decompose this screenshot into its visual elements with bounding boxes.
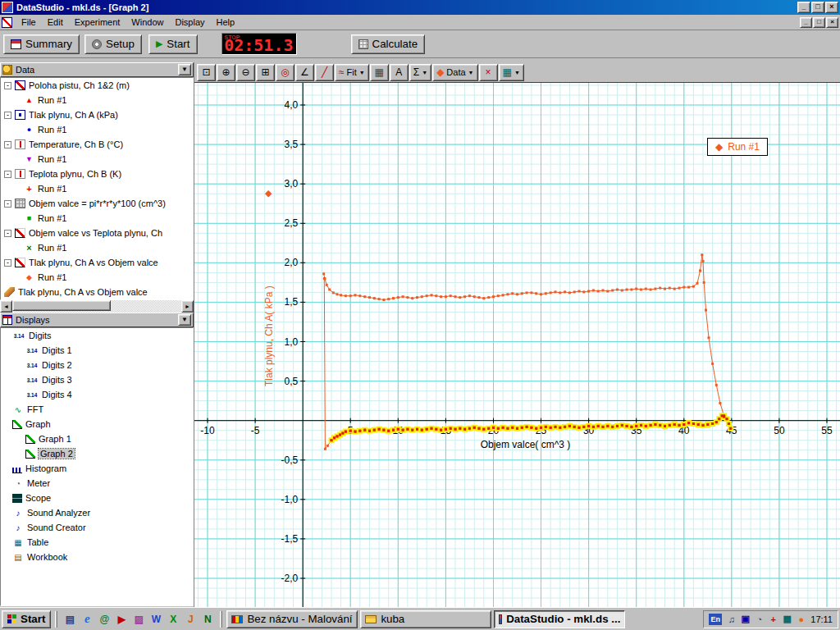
data-item[interactable]: -Objem valce = pi*r*r*y*100 (cm^3) xyxy=(1,196,193,211)
summary-button[interactable]: Summary xyxy=(3,34,80,54)
tree-expander-icon[interactable]: - xyxy=(4,141,11,148)
data-item[interactable]: -Objem valce vs Teplota plynu, Ch xyxy=(1,226,193,240)
display-item[interactable]: Graph xyxy=(1,417,193,431)
excel-icon[interactable]: X xyxy=(165,611,181,628)
tree-expander-icon[interactable]: - xyxy=(4,200,11,208)
slope-tool-button[interactable]: ∠ xyxy=(295,64,314,81)
data-item[interactable]: Tlak plynu, Ch A vs Objem valce xyxy=(1,285,193,299)
scrollbar-thumb[interactable] xyxy=(12,300,111,311)
clock[interactable]: 17:11 xyxy=(810,614,833,624)
task-button[interactable]: Bez názvu - Malování xyxy=(226,610,358,628)
calculate-button[interactable]: Calculate xyxy=(351,34,426,54)
zoom-in-button[interactable]: ⊕ xyxy=(217,64,235,81)
menu-item-edit[interactable]: Edit xyxy=(42,16,69,29)
display-item[interactable]: Graph 2 xyxy=(1,446,193,461)
run-item[interactable]: ●Run #1 xyxy=(1,122,193,137)
show-desktop-icon[interactable]: ▤ xyxy=(62,611,78,628)
smart-tool-button[interactable]: ◎ xyxy=(276,64,294,81)
menu-item-help[interactable]: Help xyxy=(211,16,241,29)
display-item[interactable]: 3.14Digits xyxy=(1,328,193,343)
statistics-menu-button[interactable]: Σ▼ xyxy=(409,64,431,81)
task-button[interactable]: DataStudio - mkl.ds ... xyxy=(494,610,625,628)
menu-item-experiment[interactable]: Experiment xyxy=(69,16,126,29)
display-item[interactable]: ♪Sound Analyzer xyxy=(1,505,193,520)
display-item[interactable]: Scope xyxy=(1,491,193,505)
display-item[interactable]: 3.14Digits 1 xyxy=(1,343,193,358)
volume-tray-icon[interactable]: ♫ xyxy=(725,613,737,625)
display-item[interactable]: 3.14Digits 4 xyxy=(1,387,193,402)
minimize-button[interactable]: _ xyxy=(797,2,810,13)
network-tray-icon[interactable]: ▦ xyxy=(781,613,793,625)
tree-expander-icon[interactable]: - xyxy=(4,112,11,119)
chart-canvas[interactable]: -10-5510152025303540455055-2,0-1,5-1,0-0… xyxy=(194,83,840,607)
tree-expander-icon[interactable]: - xyxy=(4,259,11,267)
run-item[interactable]: ■Run #1 xyxy=(1,211,193,226)
display-item[interactable]: 3.14Digits 3 xyxy=(1,372,193,387)
scroll-right-button[interactable]: ► xyxy=(181,300,194,313)
menu-item-window[interactable]: Window xyxy=(126,16,169,29)
java-icon[interactable]: J xyxy=(182,611,199,628)
menu-item-file[interactable]: File xyxy=(16,16,42,29)
data-panel-menu-button[interactable]: ▼ xyxy=(178,64,191,75)
settings-menu-button[interactable]: ▦▼ xyxy=(499,64,524,81)
start-menu-button[interactable]: Start xyxy=(2,610,51,628)
tree-expander-icon[interactable]: - xyxy=(4,82,11,89)
fit-menu-button[interactable]: ≈Fit▼ xyxy=(335,64,369,81)
media-player-icon[interactable]: ▶ xyxy=(113,611,130,628)
legend[interactable]: ◆ Run #1 xyxy=(707,138,768,156)
display-item[interactable]: ◔Meter xyxy=(1,476,193,491)
browser-icon[interactable]: N xyxy=(199,611,216,628)
scrollbar-track[interactable] xyxy=(12,300,181,313)
note-tool-button[interactable]: ╱ xyxy=(315,64,334,81)
menu-item-display[interactable]: Display xyxy=(169,16,210,29)
data-item[interactable]: -Temperature, Ch B (°C) xyxy=(1,137,193,152)
data-item[interactable]: -Tlak plynu, Ch A vs Objem valce xyxy=(1,255,193,270)
display-item[interactable]: Histogram xyxy=(1,461,193,476)
data-item[interactable]: -Tlak plynu, Ch A (kPa) xyxy=(1,107,193,122)
mdi-restore-button[interactable]: □ xyxy=(813,17,825,28)
run-item[interactable]: ×Run #1 xyxy=(1,240,193,255)
data-menu-button[interactable]: ◆Data▼ xyxy=(432,64,477,81)
display-item[interactable]: ▤Workbook xyxy=(1,550,193,564)
display-item[interactable]: ∿FFT xyxy=(1,402,193,417)
setup-button[interactable]: Setup xyxy=(84,34,142,54)
graph-pane[interactable]: -10-5510152025303540455055-2,0-1,5-1,0-0… xyxy=(194,83,840,607)
language-indicator[interactable]: En xyxy=(709,614,722,625)
outlook-icon[interactable]: @ xyxy=(96,611,112,628)
internet-explorer-icon[interactable]: e xyxy=(79,611,95,628)
run-item[interactable]: ▲Run #1 xyxy=(1,93,193,107)
zoom-select-button[interactable]: ⊞ xyxy=(256,64,275,81)
displays-panel-menu-button[interactable]: ▼ xyxy=(178,314,191,326)
run-item[interactable]: ▼Run #1 xyxy=(1,152,193,167)
run-item[interactable]: ◆Run #1 xyxy=(1,270,193,285)
tree-expander-icon[interactable]: - xyxy=(4,171,11,178)
data-item[interactable]: -Teplota plynu, Ch B (K) xyxy=(1,167,193,181)
mdi-minimize-button[interactable]: _ xyxy=(800,17,812,28)
zoom-out-button[interactable]: ⊖ xyxy=(236,64,255,81)
close-button[interactable]: × xyxy=(825,2,838,13)
display-item[interactable]: ♪Sound Creator xyxy=(1,520,193,535)
word-icon[interactable]: W xyxy=(148,611,164,628)
maximize-button[interactable]: □ xyxy=(811,2,824,13)
display-item[interactable]: 3.14Digits 2 xyxy=(1,358,193,372)
scale-to-fit-button[interactable]: ⊡ xyxy=(197,64,216,81)
updates-tray-icon[interactable]: ● xyxy=(795,613,807,625)
display-item[interactable]: ▦Table xyxy=(1,535,193,550)
task-button[interactable]: kuba xyxy=(360,610,491,628)
paint-icon[interactable]: ▨ xyxy=(130,611,147,628)
run-item[interactable]: +Run #1 xyxy=(1,181,193,196)
scroll-left-button[interactable]: ◄ xyxy=(0,300,12,313)
display-item[interactable]: Graph 1 xyxy=(1,431,193,446)
text-tool-button[interactable]: A xyxy=(390,64,409,81)
calculate-tool-button[interactable]: ▦ xyxy=(370,64,389,81)
mdi-close-button[interactable]: × xyxy=(826,17,838,28)
display-tray-icon[interactable]: ▣ xyxy=(739,613,751,625)
data-panel-hscrollbar[interactable]: ◄ ► xyxy=(0,300,194,313)
start-recording-button[interactable]: ▶ Start xyxy=(148,34,198,54)
remove-button[interactable]: × xyxy=(479,64,498,81)
data-item[interactable]: -Poloha pistu, Ch 1&2 (m) xyxy=(1,78,193,93)
scheduler-tray-icon[interactable]: ◔ xyxy=(753,613,765,625)
tree-expander-icon[interactable]: - xyxy=(4,230,11,237)
graph-document-icon[interactable] xyxy=(2,17,12,28)
antivirus-tray-icon[interactable]: + xyxy=(767,613,779,625)
